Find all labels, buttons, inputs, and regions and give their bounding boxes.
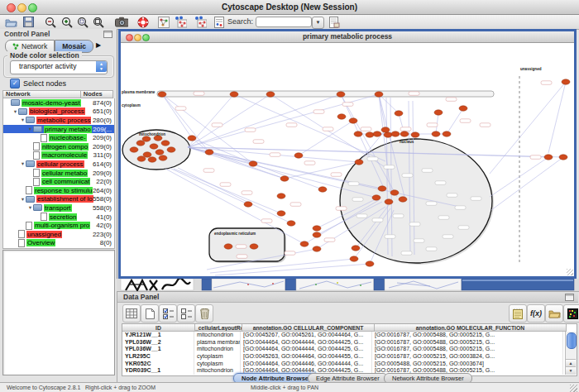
network-canvas[interactable]: plasma membranecytoplasmmitochondrionnuc… [121,43,574,276]
table-column-header[interactable]: annotation.GO MOLECULAR_FUNCTION [375,324,567,332]
tree-row-label: primary metabo [44,126,92,133]
tree-row-node-count: 209(... [93,126,112,133]
table-cell: YJR121W__1 [122,332,194,339]
tree-row[interactable]: ▼establishment of lo558(0) [3,195,114,204]
select-nodes-checkbox[interactable]: ✓ [10,79,20,88]
table-cell: [GO:0044464, GO:0044444, GO:0044425, G..… [241,346,372,353]
tree-row[interactable]: nucleobase-209(0) [3,133,114,142]
table-row[interactable]: YPL036W__1mitochondrion[GO:0044464, GO:0… [122,346,577,353]
tree-row-label: macromolecule [41,151,88,159]
tree-row-label: multi-organism pro [34,222,90,229]
tree-col-network[interactable]: Network [2,90,81,98]
minimized-frame-bar[interactable] [285,279,296,290]
tree-row[interactable]: ▼primary metabo209(... [3,125,114,134]
zoom-in-icon[interactable] [60,16,74,28]
select-first-neighbors-icon[interactable] [174,16,187,28]
region-label: nucleus [400,140,414,144]
search-input[interactable] [256,17,312,27]
merge-networks-icon[interactable] [194,16,207,28]
search-dropdown-arrow[interactable]: ▼ [312,17,324,29]
tree-row-node-count: 558(0) [93,204,112,212]
vizmapper-doc-icon[interactable] [213,16,226,28]
tree-row-node-count: 874(0) [93,99,112,107]
frame-close-button[interactable] [126,34,133,41]
tree-row[interactable]: mosaic-demo-yeast874(0) [3,98,114,108]
function-builder-icon[interactable]: f(x) [527,304,545,323]
snapshot-camera-icon[interactable] [115,16,128,28]
close-window-button[interactable] [7,3,16,12]
matrix-icon[interactable] [563,304,579,323]
tree-row[interactable]: cellular metabo209(0) [3,169,114,178]
frame-zoom-button[interactable] [142,34,150,41]
import-attributes-icon[interactable] [509,304,527,323]
help-lifesaver-icon[interactable] [136,16,150,28]
delete-attribute-icon[interactable] [195,304,213,323]
table-row[interactable]: YPL036W__2plasma membrane[GO:0044464, GO… [122,339,577,347]
more-tabs-arrow[interactable]: ▶ [96,40,101,51]
data-panel-toolbar: f(x) [122,304,573,323]
table-column-header[interactable]: ID [122,324,195,332]
birds-eye-view[interactable] [2,250,115,375]
new-attribute-icon[interactable] [141,304,159,323]
node-color-dropdown[interactable]: transporter activity ▲▼ [10,60,108,74]
select-all-attributes-icon[interactable] [159,304,177,323]
network-overview-icon[interactable] [157,16,170,28]
tree-expand-arrow[interactable]: ▼ [27,127,33,131]
network-graph[interactable]: plasma membranecytoplasmmitochondrionnuc… [121,43,574,276]
tree-row[interactable]: ▼transport558(0) [3,203,114,213]
tree-row-label: cell communicat [41,178,90,185]
zoom-window-button[interactable] [28,3,37,12]
zoom-out-icon[interactable] [44,16,57,28]
zoom-selected-icon[interactable] [76,16,89,28]
tree-row[interactable]: nitrogen compo209(0) [3,142,114,151]
table-row[interactable]: YLR295Ccytoplasm[GO:0045263, GO:0044464,… [122,353,577,361]
tree-row[interactable]: multi-organism pro42(0) [3,221,114,230]
tree-row[interactable]: ▼biological_process651(0) [3,108,114,117]
window-resize-grip[interactable] [570,385,577,392]
folder-icon [26,117,35,123]
tree-row[interactable]: unassigned223(0) [3,230,114,239]
tree-row-node-count: 209(0) [93,170,112,177]
tree-row[interactable]: response to stimulu264(0) [3,186,114,195]
tree-expand-arrow[interactable]: ▼ [20,117,26,122]
network-view-titlebar[interactable]: primary metabolic process [121,31,574,43]
minimize-window-button[interactable] [17,3,26,12]
table-row[interactable]: YJR121W__1mitochondrion[GO:0045267, GO:0… [122,332,577,339]
folder-icon [33,126,42,132]
tree-expand-arrow[interactable]: ▼ [12,109,18,114]
select-attributes-icon[interactable] [122,304,141,323]
tree-row[interactable]: ▼metabolic process280(0) [3,116,114,125]
scrollbar-thumb[interactable] [567,332,577,349]
frame-minimize-button[interactable] [134,34,141,41]
table-cell: plasma membrane [194,339,241,347]
table-column-header[interactable]: _cellularLayoutRegion [195,324,242,332]
open-attributes-icon[interactable] [545,304,563,323]
open-file-icon[interactable] [4,16,17,28]
table-cell: YPL036W__1 [122,346,194,353]
tree-row[interactable]: cell communicat22(0) [3,177,114,186]
minimized-frame-bar[interactable] [202,279,212,290]
attribute-doc-icon[interactable] [328,16,341,28]
float-data-panel-icon[interactable] [565,294,574,301]
tree-row-label: secretion [49,213,77,221]
table-cell: YDR039C__1 [122,367,194,375]
table-scrollbar[interactable]: ▲ ▼ [565,332,577,375]
tree-expand-arrow[interactable]: ▼ [20,161,26,166]
tree-expand-arrow[interactable]: ▼ [27,205,33,210]
minimized-frame-bar[interactable] [374,279,385,290]
table-column-header[interactable]: annotation.GO CELLULAR_COMPONENT [242,324,375,332]
tree-row[interactable]: macromolecule311(0) [3,151,114,160]
zoom-fit-icon[interactable] [92,16,105,28]
frame-resize-grip[interactable] [567,269,573,275]
save-session-icon[interactable] [22,16,35,28]
attribute-table[interactable]: ID_cellularLayoutRegionannotation.GO CEL… [122,323,577,376]
tree-row[interactable]: Overview8(0) [3,239,114,248]
table-row[interactable]: YKR052Ccytoplasm[GO:0044464, GO:0044446,… [122,361,577,368]
tree-row[interactable]: ▼cellular process614(0) [3,160,114,169]
tree-col-nodes[interactable]: Nodes [81,90,113,98]
tree-row[interactable]: secretion41(0) [3,213,114,222]
tree-expand-arrow[interactable]: ▼ [20,197,26,202]
float-panel-icon[interactable] [103,31,112,38]
unselect-all-attributes-icon[interactable] [177,304,195,323]
scroll-down-button[interactable]: ▼ [566,366,576,375]
